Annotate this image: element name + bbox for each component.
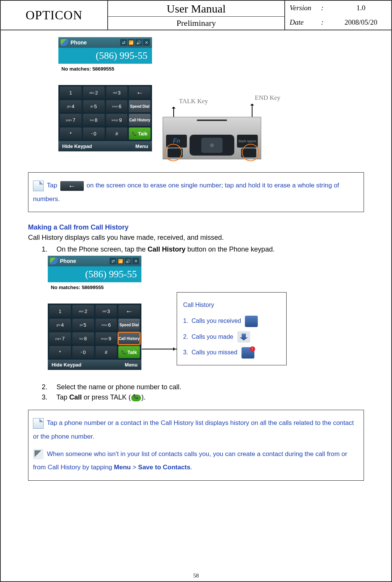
start-icon[interactable] — [50, 258, 58, 264]
softkey-menu[interactable]: Menu — [125, 362, 138, 368]
key-8[interactable]: tuv8 — [72, 332, 94, 344]
close-icon[interactable]: ✕ — [132, 258, 139, 264]
received-icon — [245, 316, 258, 327]
key-6[interactable]: mno6 — [96, 319, 117, 331]
pencil-icon — [33, 449, 44, 459]
colon: : — [321, 18, 331, 27]
tip-history: Tap a phone number or a contact in the C… — [33, 416, 359, 443]
phone-screenshot-1: Phone ⇄ 📶 🔊 ✕ (586) 995-55 No matches: 5… — [58, 37, 152, 151]
brand: OPTICON — [1, 1, 108, 30]
no-matches: No matches: 58699555 — [58, 64, 152, 85]
softkey-menu[interactable]: Menu — [135, 143, 148, 149]
call-history-legend: Call History 1. Calls you received 2. Ca… — [177, 292, 287, 365]
missed-icon — [241, 347, 254, 359]
backspace-button-graphic: ← — [60, 181, 84, 191]
key-1[interactable]: 1 — [60, 87, 82, 99]
page-number: 58 — [1, 573, 391, 579]
softkey-hide-keypad[interactable]: Hide Keypad — [52, 362, 82, 368]
key-hash[interactable]: # — [96, 346, 117, 358]
key-0[interactable]: +0 — [72, 346, 94, 358]
key-9[interactable]: wxyz9 — [106, 114, 128, 126]
highlight-end — [242, 144, 259, 161]
phone-softkeys: Hide Keypad Menu — [48, 360, 141, 370]
app-title: Phone — [71, 39, 87, 46]
volume-icon: 🔊 — [135, 39, 142, 46]
status-icons: ⇄ 📶 🔊 ✕ — [110, 258, 139, 264]
hardware-keys: Fn Back space — [163, 117, 261, 159]
step-1: 1. On the Phone screen, tap the Call His… — [42, 245, 364, 253]
status-icon: ⇄ — [110, 258, 116, 264]
version-row: Version : 1.0 — [285, 1, 391, 15]
volume-icon: 🔊 — [125, 258, 132, 264]
key-3[interactable]: def3 — [96, 305, 117, 317]
talk-icon — [131, 395, 141, 401]
key-5[interactable]: jkl5 — [72, 319, 94, 331]
date-row: Date : 2008/05/20 — [285, 15, 391, 30]
tip-text: > — [131, 464, 138, 471]
key-1[interactable]: 1 — [49, 305, 71, 317]
step-text: Select the name or phone number to call. — [56, 383, 181, 391]
key-2[interactable]: abc2 — [83, 87, 105, 99]
key-2[interactable]: abc2 — [72, 305, 94, 317]
tip-text-prefix: Tap — [47, 182, 57, 189]
key-call-history-highlighted[interactable]: Call History — [118, 332, 140, 344]
key-5[interactable]: jkl5 — [83, 100, 105, 112]
key-7[interactable]: pqrs7 — [60, 114, 82, 126]
signal-icon: 📶 — [128, 39, 135, 46]
page: OPTICON User Manual Preliminary Version … — [0, 0, 392, 582]
close-icon[interactable]: ✕ — [143, 39, 150, 46]
key-4[interactable]: ghi4 — [49, 319, 71, 331]
tip-erase: Tap ← on the screen once to erase one si… — [28, 172, 364, 212]
version-label: Version — [285, 4, 321, 12]
phone-titlebar: Phone ⇄ 📶 🔊 ✕ — [48, 256, 141, 266]
key-backspace[interactable]: ← — [118, 305, 140, 317]
no-matches: No matches: 58699555 — [48, 282, 141, 304]
key-speed-dial[interactable]: Speed Dial — [118, 319, 140, 331]
phone-titlebar: Phone ⇄ 📶 🔊 ✕ — [58, 37, 152, 48]
step-text: On the Phone screen, tap the — [56, 245, 147, 253]
figure-1: Phone ⇄ 📶 🔊 ✕ (586) 995-55 No matches: 5… — [28, 37, 364, 165]
softkey-hide-keypad[interactable]: Hide Keypad — [62, 143, 92, 149]
step-3: 3. Tap Call or press TALK (). — [42, 393, 364, 401]
dialed-number: (586) 995-55 — [48, 266, 141, 282]
step-text: button on the Phone keypad. — [185, 245, 274, 253]
key-backspace[interactable]: ← — [129, 87, 151, 99]
tip-text: . — [190, 464, 192, 471]
header-mid: User Manual Preliminary — [108, 1, 285, 30]
step-text: ). — [141, 393, 146, 401]
dialed-number: (586) 995-55 — [58, 48, 152, 64]
dpad[interactable] — [190, 135, 234, 156]
key-talk[interactable]: 📞Talk — [118, 346, 140, 358]
speaker-slit — [197, 120, 227, 121]
legend-label: Calls you received — [191, 318, 241, 324]
start-icon[interactable] — [61, 39, 68, 46]
step-2: 2. Select the name or phone number to ca… — [42, 383, 364, 391]
legend-item-received: 1. Calls you received — [183, 313, 280, 329]
step-text: Tap — [56, 393, 69, 401]
key-6[interactable]: mno6 — [106, 100, 128, 112]
header-meta: Version : 1.0 Date : 2008/05/20 — [285, 1, 391, 30]
legend-title: Call History — [183, 297, 280, 313]
legend-number: 3. — [183, 349, 188, 355]
step-bold: Call — [69, 393, 82, 401]
keypad: 1 abc2 def3 ← ghi4 jkl5 mno6 Speed Dial … — [48, 304, 141, 360]
app-title: Phone — [60, 258, 76, 264]
talk-key-label: TALK Key — [179, 98, 208, 105]
key-3[interactable]: def3 — [106, 87, 128, 99]
key-call-history[interactable]: Call History — [129, 114, 151, 126]
phone-softkeys: Hide Keypad Menu — [58, 141, 152, 151]
key-0[interactable]: +0 — [83, 127, 105, 140]
key-star[interactable]: * — [60, 127, 82, 140]
key-4[interactable]: ghi4 — [60, 100, 82, 112]
key-9[interactable]: wxyz9 — [96, 332, 117, 344]
legend-item-missed: 3. Calls you missed — [183, 344, 280, 360]
note-icon — [33, 418, 44, 429]
legend-label: Calls you made — [191, 333, 233, 340]
key-star[interactable]: * — [49, 346, 71, 358]
end-key-label: END Key — [255, 94, 281, 102]
key-8[interactable]: tuv8 — [83, 114, 105, 126]
key-7[interactable]: pqrs7 — [49, 332, 71, 344]
key-hash[interactable]: # — [106, 127, 128, 140]
key-talk[interactable]: 📞Talk — [129, 127, 151, 140]
key-speed-dial[interactable]: Speed Dial — [129, 100, 151, 112]
